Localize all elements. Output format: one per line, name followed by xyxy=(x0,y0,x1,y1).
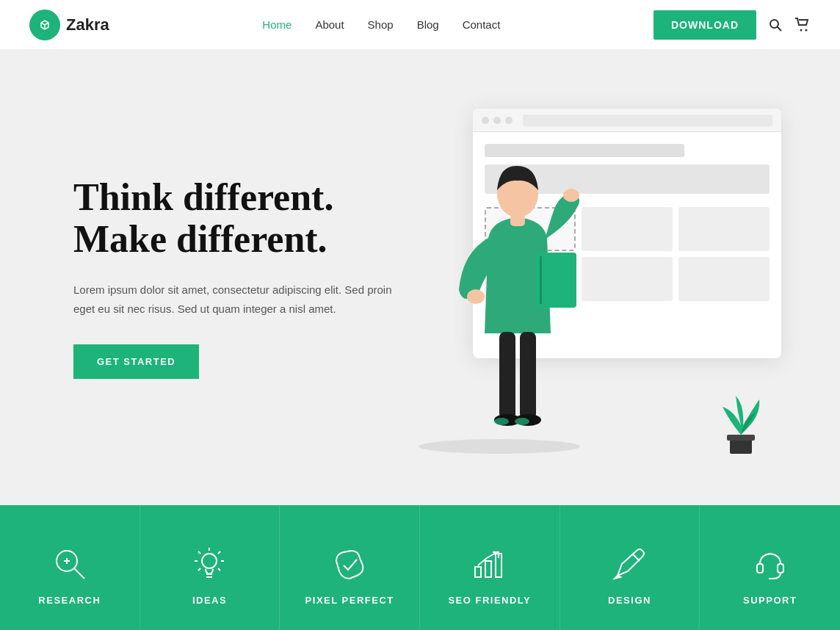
design-icon xyxy=(610,545,648,583)
hero-title: Think different. Make different. xyxy=(73,176,397,260)
download-button[interactable]: DOWNLOAD xyxy=(653,10,756,40)
svg-point-4 xyxy=(805,29,808,31)
get-started-button[interactable]: GET STARTED xyxy=(73,344,199,379)
ideas-icon xyxy=(190,545,228,583)
support-icon xyxy=(751,545,789,583)
nav-home[interactable]: Home xyxy=(262,18,292,31)
svg-rect-18 xyxy=(727,435,755,441)
logo-text: Zakra xyxy=(66,15,109,35)
research-icon xyxy=(51,545,89,583)
svg-rect-33 xyxy=(475,567,481,577)
svg-point-1 xyxy=(770,20,778,28)
header-actions: DOWNLOAD xyxy=(653,10,811,40)
svg-rect-37 xyxy=(757,564,763,573)
svg-rect-12 xyxy=(520,332,536,420)
svg-rect-10 xyxy=(540,256,542,304)
nav-about[interactable]: About xyxy=(315,18,344,31)
feature-research[interactable]: RESEARCH xyxy=(0,505,140,630)
support-label: SUPPORT xyxy=(743,595,797,606)
svg-point-8 xyxy=(563,189,579,202)
seo-friendly-icon xyxy=(471,545,509,583)
header: Zakra Home About Shop Blog Contact DOWNL… xyxy=(0,0,840,50)
svg-line-27 xyxy=(218,568,220,571)
hero-description: Lorem ipsum dolor sit amet, consectetur … xyxy=(73,280,397,318)
hero-illustration xyxy=(397,94,781,461)
nav-contact[interactable]: Contact xyxy=(463,18,501,31)
svg-rect-9 xyxy=(536,253,576,308)
feature-ideas[interactable]: IDEAS xyxy=(140,505,280,630)
feature-pixel-perfect[interactable]: PIXEL PERFECT xyxy=(280,505,420,630)
svg-point-23 xyxy=(202,554,217,568)
person-illustration xyxy=(441,150,587,461)
feature-support[interactable]: SUPPORT xyxy=(700,505,840,630)
nav-shop[interactable]: Shop xyxy=(368,18,394,31)
nav: Home About Shop Blog Contact xyxy=(262,18,500,31)
logo-icon xyxy=(29,10,60,40)
cart-button[interactable] xyxy=(794,18,811,32)
svg-line-36 xyxy=(632,554,640,561)
svg-line-2 xyxy=(778,26,782,31)
nav-blog[interactable]: Blog xyxy=(417,18,439,31)
cart-icon xyxy=(794,18,811,32)
design-label: DESIGN xyxy=(608,595,651,606)
svg-line-25 xyxy=(218,551,220,554)
logo[interactable]: Zakra xyxy=(29,10,109,40)
hero-section: Think different. Make different. Lorem i… xyxy=(0,50,840,505)
svg-rect-6 xyxy=(510,214,525,226)
features-bar: RESEARCH IDEAS PIXEL PERFECT xyxy=(0,505,840,630)
pixel-perfect-icon xyxy=(330,545,369,583)
ideas-label: IDEAS xyxy=(192,595,227,606)
pixel-perfect-label: PIXEL PERFECT xyxy=(305,595,394,606)
svg-point-15 xyxy=(494,418,509,425)
hero-content: Think different. Make different. Lorem i… xyxy=(73,176,397,379)
search-icon xyxy=(768,18,783,32)
svg-rect-38 xyxy=(778,564,783,573)
plant-illustration xyxy=(715,385,767,461)
svg-point-16 xyxy=(515,418,529,425)
search-button[interactable] xyxy=(768,18,783,32)
svg-line-30 xyxy=(198,568,200,571)
svg-point-7 xyxy=(467,289,485,304)
svg-line-28 xyxy=(198,551,200,554)
svg-line-20 xyxy=(74,568,84,579)
feature-seo-friendly[interactable]: SEO FRIENDLY xyxy=(420,505,560,630)
svg-rect-11 xyxy=(499,332,515,420)
seo-friendly-label: SEO FRIENDLY xyxy=(448,595,531,606)
feature-design[interactable]: DESIGN xyxy=(560,505,700,630)
research-label: RESEARCH xyxy=(38,595,101,606)
svg-rect-34 xyxy=(485,561,491,577)
svg-point-3 xyxy=(800,29,803,31)
